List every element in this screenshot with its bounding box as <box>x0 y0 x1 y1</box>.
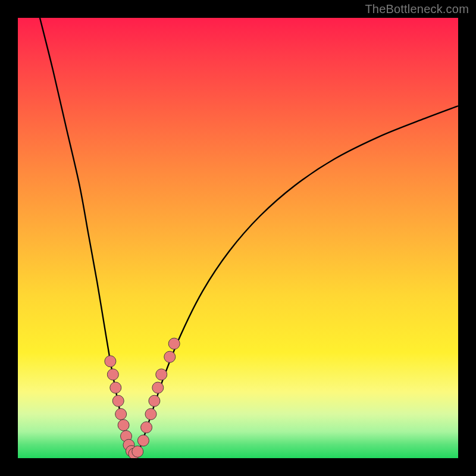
bottleneck-curve-path <box>40 18 458 455</box>
curve-marker <box>137 435 149 446</box>
curve-marker <box>145 409 156 420</box>
curve-marker <box>132 446 143 457</box>
curve-marker <box>118 419 129 431</box>
chart-stage: TheBottleneck.com <box>0 0 476 476</box>
curve-layer <box>18 18 458 458</box>
curve-marker <box>149 395 160 406</box>
curve-marker <box>107 369 118 380</box>
plot-area <box>18 18 458 458</box>
marker-layer <box>105 338 180 458</box>
curve-marker <box>141 422 152 433</box>
curve-marker <box>105 356 116 367</box>
curve-marker <box>115 409 127 420</box>
curve-marker <box>110 382 121 393</box>
curve-marker <box>152 382 164 393</box>
watermark-text: TheBottleneck.com <box>365 2 469 16</box>
curve-marker <box>168 338 180 349</box>
curve-marker <box>112 395 124 406</box>
curve-marker <box>156 369 167 380</box>
curve-marker <box>164 351 176 362</box>
